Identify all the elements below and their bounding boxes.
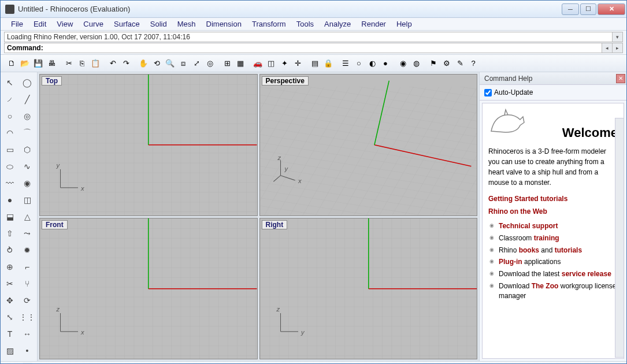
zoom-extents-icon[interactable]: ⤢: [190, 57, 203, 70]
auto-update-checkbox[interactable]: [484, 89, 492, 96]
help-icon[interactable]: ?: [467, 57, 480, 70]
set-view-icon[interactable]: ▦: [234, 57, 247, 70]
viewport-perspective[interactable]: x z y Perspective: [259, 74, 478, 216]
4view-icon[interactable]: ⊞: [221, 57, 233, 70]
xyz-icon[interactable]: ✦: [278, 57, 291, 70]
auto-update-checkbox-label[interactable]: Auto-Update: [484, 88, 622, 96]
arrow-tool-icon[interactable]: ↖: [2, 75, 18, 91]
options-icon[interactable]: ⚑: [427, 57, 440, 70]
polygon-tool-icon[interactable]: ⬡: [18, 142, 36, 158]
minimize-button[interactable]: ─: [562, 3, 579, 15]
sweep-tool-icon[interactable]: ⤳: [18, 225, 36, 242]
new-icon[interactable]: 🗋: [5, 57, 18, 70]
rotate-view-icon[interactable]: ⟲: [150, 57, 163, 70]
web-link-item[interactable]: Download The Zoo workgroup license manag…: [488, 280, 618, 302]
redo-icon[interactable]: ↷: [120, 57, 132, 70]
help-panel-close-icon[interactable]: ✕: [616, 74, 625, 83]
shade-wire-icon[interactable]: ○: [353, 57, 365, 70]
web-link-item[interactable]: Technical support: [488, 220, 618, 232]
menu-mesh[interactable]: Mesh: [173, 18, 201, 29]
scale-tool-icon[interactable]: ⤡: [2, 309, 18, 325]
web-link-item[interactable]: Classroom training: [488, 232, 618, 244]
car-icon[interactable]: 🚗: [251, 57, 264, 70]
menu-render[interactable]: Render: [357, 18, 391, 29]
history-scroll-icon[interactable]: ▾: [612, 32, 622, 42]
text-tool-icon[interactable]: T: [2, 326, 18, 342]
cut-icon[interactable]: ✂: [62, 57, 75, 70]
viewport-right[interactable]: y z Right: [259, 218, 478, 360]
command-prev-icon[interactable]: ◂: [602, 43, 612, 53]
shade-render-icon[interactable]: ●: [379, 57, 392, 70]
menu-edit[interactable]: Edit: [29, 18, 51, 29]
circle-tool-icon[interactable]: ○: [2, 108, 18, 124]
zoom-dynamic-icon[interactable]: 🔍: [164, 57, 176, 70]
arc3-tool-icon[interactable]: ⌒: [18, 125, 36, 141]
maximize-button[interactable]: ☐: [580, 3, 596, 15]
axes-icon[interactable]: ✛: [291, 57, 304, 70]
lock-icon[interactable]: 🔒: [322, 57, 335, 70]
menu-view[interactable]: View: [52, 18, 77, 29]
menu-transform[interactable]: Transform: [247, 18, 291, 29]
web-link-item[interactable]: Rhino books and tutorials: [488, 244, 618, 257]
array-tool-icon[interactable]: ⋮⋮: [18, 309, 36, 325]
viewport-label[interactable]: Perspective: [262, 76, 309, 86]
viewport-label[interactable]: Front: [42, 220, 68, 229]
print-icon[interactable]: 🖶: [45, 57, 58, 70]
cylinder-tool-icon[interactable]: ⬓: [2, 209, 18, 225]
trim-tool-icon[interactable]: ✂: [2, 276, 18, 292]
fillet-tool-icon[interactable]: ⌐: [18, 259, 36, 275]
freeform-tool-icon[interactable]: 〰: [2, 175, 18, 191]
curve-tool-icon[interactable]: ∿: [18, 158, 36, 174]
menu-solid[interactable]: Solid: [146, 18, 172, 29]
lasso-tool-icon[interactable]: ◯: [18, 75, 36, 91]
arc-tool-icon[interactable]: ◠: [2, 125, 18, 141]
rect-tool-icon[interactable]: ▭: [2, 142, 18, 158]
hatch-tool-icon[interactable]: ▨: [2, 343, 18, 359]
viewport-front[interactable]: x z Front: [39, 218, 258, 360]
cplane-icon[interactable]: ◫: [265, 57, 277, 70]
web-link-item[interactable]: Download the latest service release: [488, 268, 618, 280]
viewport-label[interactable]: Right: [262, 220, 288, 229]
render-preview-icon[interactable]: ◍: [410, 57, 422, 70]
zoom-window-icon[interactable]: ⧈: [177, 57, 190, 70]
spiral-tool-icon[interactable]: ◉: [18, 175, 36, 191]
copy-icon[interactable]: ⎘: [76, 57, 88, 70]
cone-tool-icon[interactable]: △: [18, 209, 36, 225]
close-button[interactable]: ✕: [598, 3, 625, 15]
point-tool-icon[interactable]: •: [18, 343, 36, 359]
revolve-tool-icon[interactable]: ⥁: [2, 242, 18, 258]
menu-surface[interactable]: Surface: [109, 18, 144, 29]
save-icon[interactable]: 💾: [32, 57, 44, 70]
viewport-top[interactable]: x y Top: [39, 74, 258, 216]
menu-curve[interactable]: Curve: [79, 18, 108, 29]
properties-icon[interactable]: ✎: [454, 57, 466, 70]
command-next-icon[interactable]: ▸: [612, 43, 622, 53]
split-tool-icon[interactable]: ⑂: [18, 276, 36, 292]
grid-icon[interactable]: ▤: [309, 57, 321, 70]
menu-help[interactable]: Help: [392, 18, 417, 29]
undo-icon[interactable]: ↶: [106, 57, 119, 70]
pan-icon[interactable]: ✋: [137, 57, 150, 70]
gear-icon[interactable]: ⚙: [440, 57, 453, 70]
open-icon[interactable]: 📂: [18, 57, 31, 70]
dimension-tool-icon[interactable]: ↔: [18, 326, 36, 342]
line-tool-icon[interactable]: ╱: [18, 91, 36, 107]
layers-icon[interactable]: ☰: [339, 57, 352, 70]
boolean-tool-icon[interactable]: ⊕: [2, 259, 18, 275]
help-scrollbar[interactable]: [615, 118, 624, 358]
ellipse-tool-icon[interactable]: ⬭: [2, 158, 18, 174]
render-icon[interactable]: ◉: [396, 57, 409, 70]
rotate-tool-icon[interactable]: ⟳: [18, 292, 36, 309]
explode-tool-icon[interactable]: ✹: [18, 242, 36, 258]
menu-file[interactable]: File: [6, 18, 28, 29]
extrude-tool-icon[interactable]: ⇧: [2, 225, 18, 242]
box-tool-icon[interactable]: ◫: [18, 192, 36, 208]
web-link-item[interactable]: Plug-in applications: [488, 256, 618, 268]
viewport-label[interactable]: Top: [42, 76, 62, 86]
circle3-tool-icon[interactable]: ◎: [18, 108, 36, 124]
move-tool-icon[interactable]: ✥: [2, 292, 18, 309]
menu-dimension[interactable]: Dimension: [202, 18, 246, 29]
menu-tools[interactable]: Tools: [292, 18, 318, 29]
command-input[interactable]: [46, 44, 602, 52]
polyline-tool-icon[interactable]: ⟋: [2, 91, 18, 107]
